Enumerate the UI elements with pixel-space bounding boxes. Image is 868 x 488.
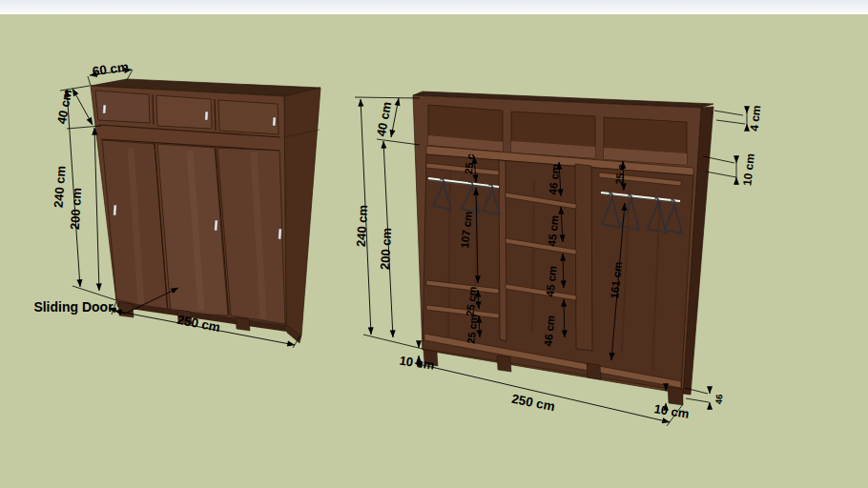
- dim-left-rod-gap[interactable]: 25 c: [463, 153, 476, 175]
- wardrobe-foot: [118, 302, 134, 317]
- sky-band: [0, 0, 868, 15]
- sliding-door-label[interactable]: Sliding Door: [33, 299, 114, 315]
- dim-right-interior-height[interactable]: 200 cm: [378, 228, 394, 271]
- dim-top-panel-thickness[interactable]: 4 cm: [748, 105, 764, 132]
- door-handle[interactable]: [273, 117, 276, 126]
- door-handle[interactable]: [114, 205, 117, 215]
- partition-left[interactable]: [499, 160, 506, 341]
- wardrobe-foot: [236, 317, 250, 331]
- wardrobe-foot: [668, 387, 683, 405]
- dim-foot-note[interactable]: 46: [713, 394, 724, 405]
- door-handle[interactable]: [279, 229, 282, 239]
- dim-left-total-height[interactable]: 240 cm: [51, 165, 68, 208]
- left-wardrobe[interactable]: [91, 79, 320, 343]
- dim-right-rod-gap[interactable]: 25 c: [613, 164, 627, 186]
- top-cabinet-door-3[interactable]: [218, 100, 279, 134]
- dim-left-door-height[interactable]: 200 cm: [68, 188, 84, 231]
- wardrobe-foot: [497, 356, 511, 372]
- partition-right[interactable]: [575, 164, 592, 351]
- top-cabinet-door-2[interactable]: [156, 95, 212, 129]
- wardrobe-foot: [587, 363, 601, 379]
- door-handle[interactable]: [103, 105, 106, 113]
- sketchup-viewport[interactable]: 60 cm 40 cm 240 cm 200 cm 250 cm Sliding…: [0, 0, 868, 488]
- door-handle[interactable]: [205, 112, 208, 120]
- dim-right-total-height[interactable]: 240 cm: [354, 205, 370, 248]
- door-handle[interactable]: [215, 220, 218, 231]
